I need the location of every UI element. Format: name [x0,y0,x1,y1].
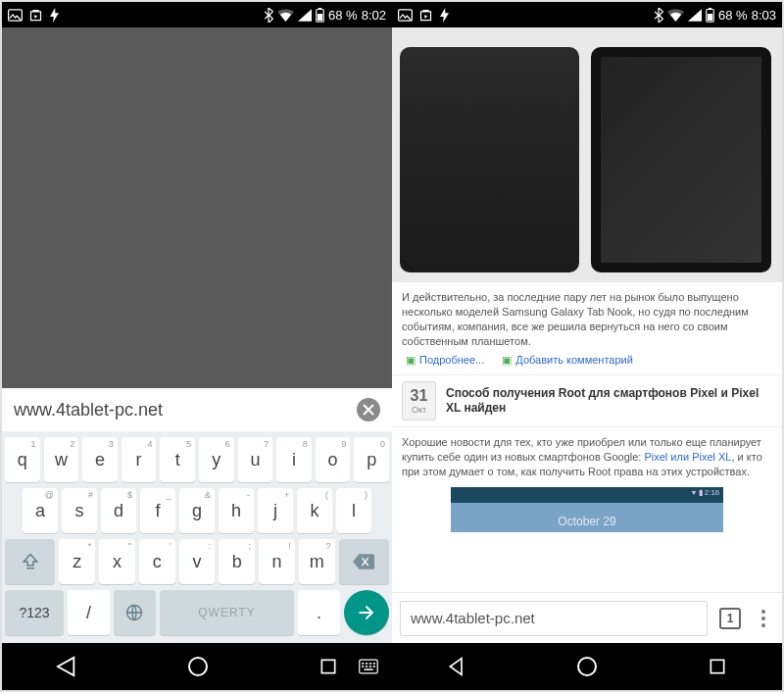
article-paragraph: И действительно, за последние пару лет н… [392,282,782,352]
svg-rect-12 [373,663,375,665]
svg-rect-16 [373,666,375,667]
key-g[interactable]: g& [179,488,215,533]
key-k[interactable]: k( [297,488,332,533]
play-store-icon [418,8,433,23]
image-icon [398,9,413,22]
url-bar[interactable]: www.4tablet-pc.net [2,388,392,431]
key-h[interactable]: h- [219,488,254,533]
article-headline-block[interactable]: 31 Окт Способ получения Root для смартфо… [392,374,782,427]
key-u[interactable]: u7 [238,437,273,482]
period-key[interactable]: . [298,590,340,635]
status-bar: 68 % 8:02 [2,2,392,27]
key-w[interactable]: w2 [44,437,79,482]
battery-icon [316,8,324,23]
key-d[interactable]: d$ [101,488,136,533]
svg-rect-7 [321,660,334,672]
signal-icon [688,9,702,22]
back-button[interactable] [447,657,466,676]
inline-link[interactable]: Pixel или Pixel XL [644,451,731,463]
tablet-back [400,47,579,272]
battery-percent: 68 % [328,8,358,23]
back-button[interactable] [56,656,77,677]
home-button[interactable] [186,655,210,678]
key-v[interactable]: v: [179,539,216,584]
key-q[interactable]: q1 [5,437,40,482]
recents-button[interactable] [708,657,727,676]
key-l[interactable]: l) [336,488,371,533]
clear-url-button[interactable] [357,398,380,421]
svg-rect-4 [26,568,34,569]
backspace-key[interactable] [339,539,389,584]
status-bar: 68 % 8:03 [392,2,782,27]
space-key[interactable]: QWERTY [160,590,294,635]
key-x[interactable]: x" [99,539,135,584]
key-y[interactable]: y6 [199,437,234,482]
key-j[interactable]: j+ [258,488,293,533]
svg-rect-23 [711,660,724,672]
article-image [392,27,782,282]
ime-switch-button[interactable] [359,659,378,674]
article-paragraph-2: Хорошие новости для тех, кто уже приобре… [392,427,782,487]
wifi-icon [667,9,684,22]
signal-icon [298,9,312,22]
svg-rect-9 [362,663,364,665]
svg-rect-10 [366,663,368,665]
battery-icon [706,8,714,23]
url-input[interactable]: www.4tablet-pc.net [14,400,347,420]
key-t[interactable]: t5 [160,437,195,482]
soft-keyboard: q1w2e3r4t5y6u7i8o9p0 a@s#d$f_g&h-j+k(l) … [2,431,392,643]
headline-text[interactable]: Способ получения Root для смартфонов Pix… [446,386,772,417]
symbols-key[interactable]: ?123 [5,590,64,635]
svg-rect-21 [708,14,712,21]
phone-right: 68 % 8:03 И действительно, за последние … [392,2,782,690]
key-b[interactable]: b; [219,539,255,584]
bluetooth-icon [264,8,273,23]
overflow-menu[interactable] [753,610,774,627]
recents-button[interactable] [318,657,338,676]
page-content[interactable]: И действительно, за последние пару лет н… [392,27,782,592]
wifi-icon [277,9,294,22]
svg-rect-15 [369,666,371,667]
flash-icon [49,8,60,23]
go-key[interactable] [344,590,389,635]
nav-bar [2,643,392,690]
key-s[interactable]: s# [62,488,97,533]
page-dimmed-area [2,27,392,388]
slash-key[interactable]: / [68,590,110,635]
play-store-icon [28,8,43,23]
key-p[interactable]: p0 [354,437,389,482]
date-badge: 31 Окт [402,381,436,420]
svg-rect-14 [366,666,368,667]
svg-rect-11 [369,663,371,665]
shift-key[interactable] [5,539,55,584]
language-key[interactable] [114,590,156,635]
add-comment-link[interactable]: Добавить комментарий [515,354,632,366]
tab-switcher[interactable]: 1 [719,608,741,629]
browser-omnibar: www.4tablet-pc.net 1 [392,592,782,643]
image-icon [8,9,23,22]
home-button[interactable] [575,655,599,678]
key-o[interactable]: o9 [316,437,351,482]
key-e[interactable]: e3 [82,437,118,482]
svg-rect-3 [318,14,322,21]
key-z[interactable]: z* [59,539,95,584]
svg-rect-13 [362,666,364,667]
article-links: ▣Подробнее... ▣Добавить комментарий [392,352,782,374]
key-i[interactable]: i8 [276,437,312,482]
nav-bar [392,643,782,690]
read-more-link[interactable]: Подробнее... [419,354,484,366]
battery-percent: 68 % [718,8,748,23]
key-c[interactable]: c' [139,539,175,584]
key-r[interactable]: r4 [122,437,157,482]
status-time: 8:02 [362,8,386,23]
svg-point-6 [189,658,207,675]
status-time: 8:03 [752,8,776,23]
phone-left: 68 % 8:02 www.4tablet-pc.net q1w2e3r4t5y… [2,2,392,690]
flash-icon [439,8,450,23]
key-n[interactable]: n! [259,539,295,584]
url-input[interactable]: www.4tablet-pc.net [400,601,708,636]
key-f[interactable]: f_ [140,488,175,533]
key-a[interactable]: a@ [23,488,58,533]
key-m[interactable]: m? [299,539,335,584]
svg-rect-17 [364,668,372,670]
